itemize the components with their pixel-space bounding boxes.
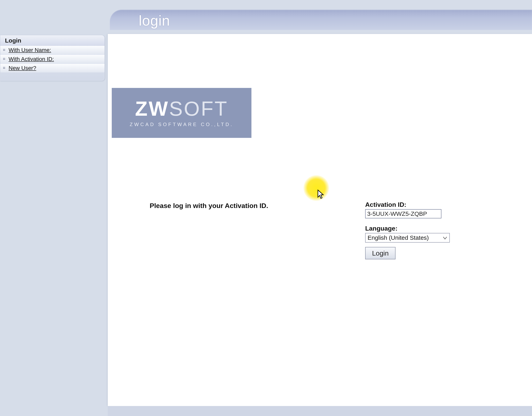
logo-line1: ZWSOFT bbox=[135, 99, 228, 119]
sidebar-header: Login bbox=[0, 35, 104, 46]
language-selected-value: English (United States) bbox=[366, 234, 441, 241]
brand-logo: ZWSOFT ZWCAD SOFTWARE CO.,LTD. bbox=[112, 88, 251, 138]
header-bar bbox=[110, 10, 532, 30]
sidebar-item-with-user-name[interactable]: With User Name: bbox=[0, 46, 104, 55]
logo-soft: SOFT bbox=[169, 97, 228, 120]
svg-point-0 bbox=[3, 49, 4, 50]
footer-strip bbox=[108, 406, 532, 416]
sidebar-item-label: With User Name: bbox=[9, 47, 51, 53]
login-button[interactable]: Login bbox=[365, 247, 396, 259]
svg-point-11 bbox=[4, 68, 5, 69]
svg-point-3 bbox=[4, 50, 5, 51]
svg-point-7 bbox=[4, 59, 5, 60]
sidebar-item-label: With Activation ID: bbox=[9, 56, 54, 62]
svg-point-2 bbox=[3, 50, 4, 51]
bullet-icon bbox=[3, 49, 6, 51]
content-area: ZWSOFT ZWCAD SOFTWARE CO.,LTD. Please lo… bbox=[108, 34, 532, 406]
svg-point-1 bbox=[4, 49, 5, 50]
header-area: login bbox=[0, 0, 532, 34]
login-form: Activation ID: Language: English (United… bbox=[365, 201, 450, 259]
login-instruction: Please log in with your Activation ID. bbox=[150, 202, 268, 210]
logo-line2: ZWCAD SOFTWARE CO.,LTD. bbox=[130, 122, 233, 127]
bullet-icon bbox=[3, 58, 6, 60]
language-label: Language: bbox=[365, 225, 450, 232]
sidebar-item-with-activation-id[interactable]: With Activation ID: bbox=[0, 55, 104, 64]
bullet-icon bbox=[3, 67, 6, 69]
sidebar-item-label: New User? bbox=[9, 65, 36, 71]
login-button-label: Login bbox=[372, 249, 389, 257]
logo-zw: ZW bbox=[135, 97, 169, 120]
activation-id-input[interactable] bbox=[365, 209, 441, 218]
svg-point-4 bbox=[3, 58, 4, 59]
language-select[interactable]: English (United States) bbox=[365, 233, 450, 243]
svg-point-8 bbox=[3, 67, 4, 68]
activation-id-label: Activation ID: bbox=[365, 201, 450, 208]
sidebar: Login With User Name: With Activation ID… bbox=[0, 35, 105, 81]
page-title: login bbox=[139, 12, 170, 29]
sidebar-item-new-user[interactable]: New User? bbox=[0, 64, 104, 73]
svg-point-6 bbox=[3, 59, 4, 60]
svg-point-10 bbox=[3, 68, 4, 69]
svg-point-9 bbox=[4, 67, 5, 68]
svg-point-5 bbox=[4, 58, 5, 59]
chevron-down-icon bbox=[441, 235, 449, 240]
